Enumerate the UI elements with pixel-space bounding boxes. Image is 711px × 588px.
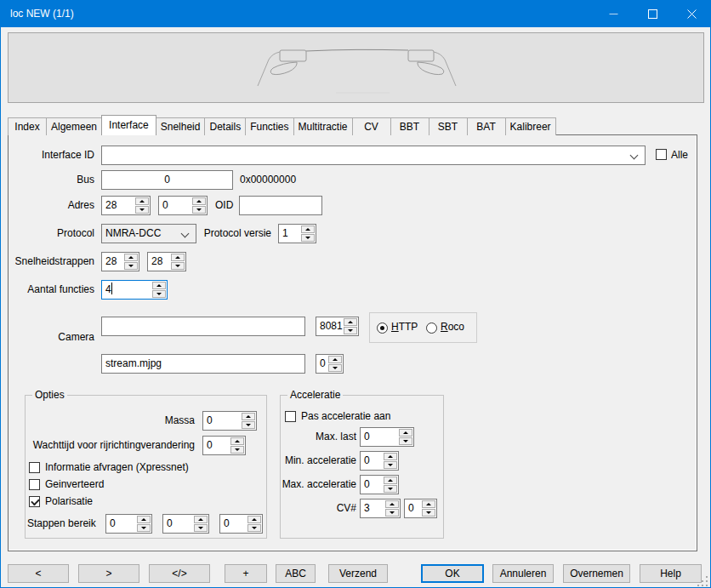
spin-up-icon[interactable] <box>344 318 357 326</box>
camera-url-field[interactable] <box>101 317 305 336</box>
stappen-spinner-2[interactable]: 0 <box>162 514 209 534</box>
tab-bbt[interactable]: BBT <box>390 117 429 135</box>
stappen-spinner-1[interactable]: 0 <box>105 514 152 534</box>
tab-interface[interactable]: Interface <box>101 115 156 135</box>
aantal-functies-spinner[interactable]: 4 <box>101 280 168 300</box>
spin-up-icon[interactable] <box>192 197 206 205</box>
spin-down-icon[interactable] <box>230 446 244 454</box>
interface-id-combobox[interactable] <box>101 146 646 165</box>
code-button[interactable]: </> <box>149 564 210 583</box>
spin-up-icon[interactable] <box>171 254 185 261</box>
protocol-combobox[interactable]: NMRA-DCC <box>101 224 196 243</box>
prev-button[interactable]: < <box>8 564 69 583</box>
chevron-down-icon[interactable] <box>181 230 190 238</box>
overnemen-button[interactable]: Overnemen <box>563 564 630 583</box>
snelheidstrappen-spinner-2[interactable]: 28 <box>147 252 186 271</box>
spin-up-icon[interactable] <box>137 516 151 523</box>
roco-radio[interactable] <box>426 323 437 334</box>
adres-spinner-2[interactable]: 0 <box>158 196 208 215</box>
tab-multitractie[interactable]: Multitractie <box>293 117 353 135</box>
tab-index[interactable]: Index <box>8 117 47 135</box>
adres-spinner-1[interactable]: 28 <box>101 196 151 215</box>
spin-up-icon[interactable] <box>194 516 208 523</box>
spin-down-icon[interactable] <box>194 524 208 532</box>
tab-algemeen[interactable]: Algemeen <box>46 117 102 135</box>
polarisatie-checkbox-label[interactable]: Polarisatie <box>45 493 93 510</box>
spin-up-icon[interactable] <box>230 437 244 445</box>
spin-up-icon[interactable] <box>152 282 166 289</box>
min-acceleratie-spinner[interactable]: 0 <box>360 451 399 471</box>
close-button[interactable] <box>672 0 711 27</box>
spin-down-icon[interactable] <box>247 524 261 532</box>
spin-up-icon[interactable] <box>301 225 315 233</box>
spin-up-icon[interactable] <box>384 477 397 484</box>
tab-cv[interactable]: CV <box>352 117 391 135</box>
spin-up-icon[interactable] <box>399 429 412 437</box>
ok-button[interactable]: OK <box>421 564 484 583</box>
snelheidstrappen-spinner-1[interactable]: 28 <box>101 252 139 271</box>
tab-sbt[interactable]: SBT <box>429 117 468 135</box>
plus-button[interactable]: + <box>225 564 267 583</box>
spin-up-icon[interactable] <box>328 356 342 363</box>
tab-details[interactable]: Details <box>204 117 246 135</box>
spin-down-icon[interactable] <box>385 509 399 517</box>
bus-field[interactable]: 0 <box>101 170 233 190</box>
geinverteerd-checkbox-label[interactable]: Geinverteerd <box>45 476 104 493</box>
polarisatie-checkbox[interactable] <box>29 496 40 507</box>
cv-spinner-2[interactable]: 0 <box>404 499 437 518</box>
spin-down-icon[interactable] <box>344 327 357 334</box>
max-acceleratie-spinner[interactable]: 0 <box>360 475 399 494</box>
camera-stream-field[interactable]: stream.mjpg <box>101 354 305 374</box>
camera-port-spinner[interactable]: 8081 <box>316 317 359 336</box>
xpressnet-checkbox-label[interactable]: Informatie afvragen (Xpressnet) <box>45 459 189 476</box>
verzend-button[interactable]: Verzend <box>328 564 388 583</box>
tab-bat[interactable]: BAT <box>467 117 506 135</box>
spin-down-icon[interactable] <box>242 421 255 429</box>
spin-down-icon[interactable] <box>422 509 435 517</box>
spin-up-icon[interactable] <box>422 500 435 508</box>
geinverteerd-checkbox[interactable] <box>29 479 40 490</box>
pas-acceleratie-checkbox-label[interactable]: Pas acceleratie aan <box>301 408 390 425</box>
camera-stream-spinner[interactable]: 0 <box>316 354 344 374</box>
alle-checkbox[interactable] <box>656 149 667 160</box>
spin-down-icon[interactable] <box>137 524 151 532</box>
minimize-button[interactable] <box>594 0 633 27</box>
stappen-spinner-3[interactable]: 0 <box>219 514 263 534</box>
wachttijd-spinner[interactable]: 0 <box>202 436 246 455</box>
http-radio-label[interactable]: HTTP <box>391 317 418 337</box>
spin-up-icon[interactable] <box>124 254 138 261</box>
protocol-versie-spinner[interactable]: 1 <box>278 224 316 243</box>
abc-button[interactable]: ABC <box>276 564 316 583</box>
chevron-down-icon[interactable] <box>630 151 639 160</box>
spin-down-icon[interactable] <box>399 437 412 445</box>
spin-down-icon[interactable] <box>192 206 206 214</box>
spin-down-icon[interactable] <box>171 262 185 270</box>
next-button[interactable]: > <box>78 564 139 583</box>
spin-down-icon[interactable] <box>135 206 149 214</box>
cv-spinner-1[interactable]: 3 <box>360 499 401 518</box>
spin-down-icon[interactable] <box>152 290 166 298</box>
spin-up-icon[interactable] <box>135 197 149 205</box>
massa-spinner[interactable]: 0 <box>202 411 257 431</box>
tab-snelheid[interactable]: Snelheid <box>156 117 206 135</box>
spin-down-icon[interactable] <box>384 485 397 493</box>
xpressnet-checkbox[interactable] <box>29 462 40 473</box>
max-last-spinner[interactable]: 0 <box>360 427 414 447</box>
spin-down-icon[interactable] <box>384 461 397 469</box>
spin-up-icon[interactable] <box>247 516 261 523</box>
spin-up-icon[interactable] <box>242 413 255 420</box>
spin-down-icon[interactable] <box>124 262 138 270</box>
maximize-button[interactable] <box>633 0 672 27</box>
spin-up-icon[interactable] <box>384 453 397 460</box>
pas-acceleratie-checkbox[interactable] <box>285 411 296 422</box>
title-bar[interactable]: loc NEW (1/1) <box>0 0 711 27</box>
http-radio[interactable] <box>377 323 388 334</box>
oid-field[interactable] <box>239 196 322 215</box>
tab-functies[interactable]: Functies <box>245 117 293 135</box>
spin-up-icon[interactable] <box>385 500 399 508</box>
tab-kalibreer[interactable]: Kalibreer <box>505 117 556 135</box>
alle-label[interactable]: Alle <box>671 146 688 165</box>
spin-down-icon[interactable] <box>301 234 315 242</box>
spin-down-icon[interactable] <box>328 364 342 372</box>
roco-radio-label[interactable]: Roco <box>441 317 464 337</box>
